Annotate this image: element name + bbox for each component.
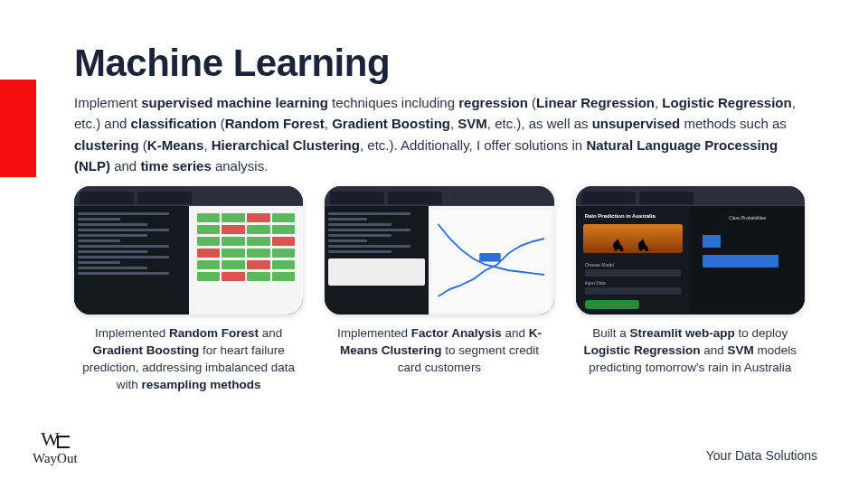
- card-factor-analysis: Implemented Factor Analysis and K-Means …: [325, 186, 553, 394]
- app-title: Rain Prediction in Australia: [580, 210, 687, 222]
- code-panel: [74, 206, 189, 314]
- caption-3: Built a Streamlit web-app to deploy Logi…: [576, 325, 805, 377]
- caption-2: Implemented Factor Analysis and K-Means …: [325, 325, 553, 377]
- page-title: Machine Learning: [74, 42, 805, 85]
- caption-1: Implemented Random Forest and Gradient B…: [74, 325, 303, 394]
- code-panel-2: [325, 206, 429, 314]
- card-random-forest: Implemented Random Forest and Gradient B…: [74, 186, 303, 394]
- card-streamlit: Rain Prediction in Australia Choose Mode…: [576, 186, 805, 394]
- logo: W WayOut: [33, 429, 78, 466]
- chart-panel: [429, 206, 554, 314]
- thumbnail-1: [74, 186, 303, 314]
- subtitle-text: Implement supervised machine learning te…: [74, 92, 805, 176]
- cards-row: Implemented Random Forest and Gradient B…: [74, 186, 805, 394]
- footer-tagline: Your Data Solutions: [706, 448, 817, 463]
- logo-text: WayOut: [33, 451, 78, 466]
- result-table-panel: [189, 206, 304, 314]
- content-area: Machine Learning Implement supervised ma…: [74, 42, 805, 176]
- predict-button: [585, 300, 639, 309]
- probability-chart: Class Probabilities: [690, 206, 805, 314]
- svg-rect-0: [479, 253, 500, 262]
- slide: Machine Learning Implement supervised ma…: [0, 0, 868, 488]
- thumbnail-3: Rain Prediction in Australia Choose Mode…: [576, 186, 805, 314]
- thumbnail-2: [325, 186, 553, 314]
- streamlit-form: Rain Prediction in Australia Choose Mode…: [576, 206, 691, 314]
- accent-block: [0, 80, 36, 177]
